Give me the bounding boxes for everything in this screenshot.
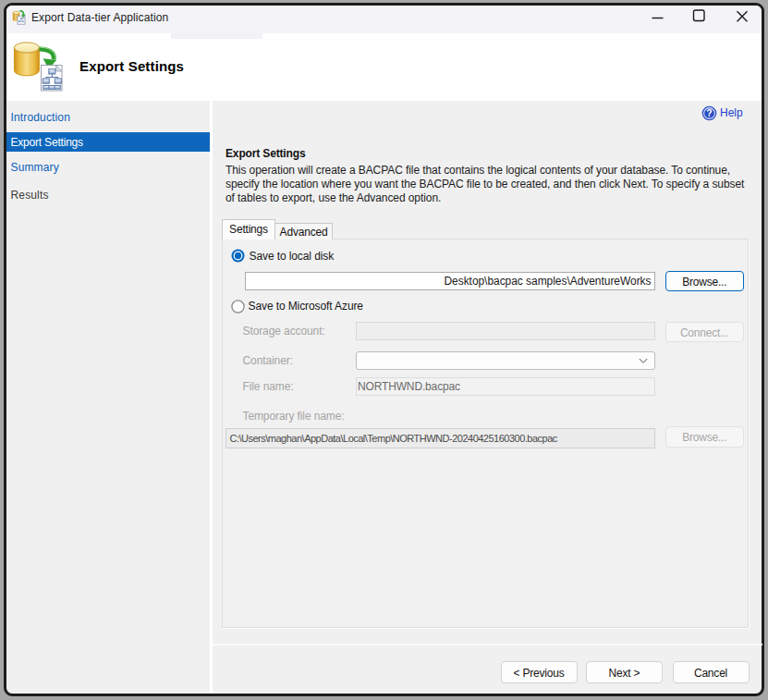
svg-text:?: ? <box>706 107 712 118</box>
